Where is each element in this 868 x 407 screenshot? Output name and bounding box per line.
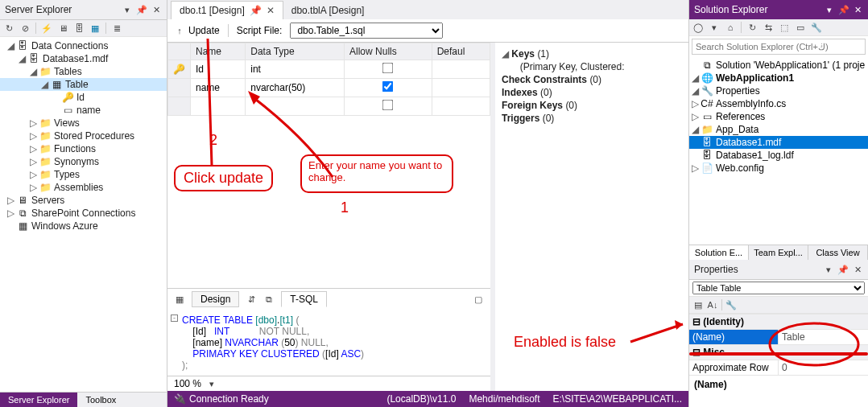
allow-nulls-checkbox[interactable] [382, 63, 394, 74]
dropdown-icon[interactable]: ▾ [122, 4, 133, 15]
properties-object-combo[interactable]: Table Table [689, 280, 868, 297]
table-designer-toolbar: ↑ Update Script File: dbo.Table_1.sql [167, 19, 688, 43]
solution-tree-node[interactable]: ▷C#AssemblyInfo.cs [689, 97, 868, 110]
tab-team-explorer[interactable]: Team Expl... [749, 245, 808, 260]
tree-node[interactable]: 🔑Id [0, 91, 167, 104]
connect-icon[interactable]: ⚡ [41, 23, 52, 34]
solution-tree-node[interactable]: 🗄Database1.mdf [689, 136, 868, 149]
expand-icon[interactable]: ▢ [473, 294, 484, 305]
property-row[interactable]: (Name)Table [689, 330, 868, 344]
allow-nulls-checkbox[interactable] [382, 100, 394, 111]
tree-node[interactable]: ▭name [0, 104, 167, 117]
stop-icon[interactable]: ⊘ [19, 23, 31, 34]
solution-tree-node[interactable]: ▷📄Web.config [689, 162, 868, 175]
tab-design[interactable]: Design [192, 291, 239, 307]
pin-icon[interactable]: 📌 [250, 5, 262, 16]
showall-icon[interactable]: ⬚ [779, 22, 790, 33]
pin-icon[interactable]: 📌 [838, 4, 849, 15]
forward-icon[interactable]: ▾ [709, 22, 720, 33]
tree-node[interactable]: ▷📁Synonyms [0, 155, 167, 168]
sync-icon[interactable]: ⇆ [763, 22, 774, 33]
solution-tree-node[interactable]: ▷▭References [689, 110, 868, 123]
keys-section-header[interactable]: ◢ Keys (1) [502, 47, 682, 60]
categorized-icon[interactable]: ▤ [692, 299, 704, 310]
tree-node[interactable]: ▷🖥Servers [0, 194, 167, 207]
close-icon[interactable]: ✕ [852, 264, 863, 275]
outline-toggle[interactable]: - [171, 314, 178, 322]
keys-section-header[interactable]: Triggers (0) [502, 112, 682, 125]
keys-section-header[interactable]: Check Constraints (0) [502, 73, 682, 86]
add-db-icon[interactable]: 🗄 [73, 23, 85, 34]
solution-tree[interactable]: ⧉Solution 'WebApplication1' (1 proje◢🌐We… [689, 57, 868, 245]
solution-tree-node[interactable]: ◢🌐WebApplication1 [689, 72, 868, 84]
tree-node[interactable]: ▷📁Types [0, 168, 167, 181]
tree-node[interactable]: ▦Windows Azure [0, 220, 167, 232]
tree-node[interactable]: ▷📁Views [0, 117, 167, 130]
properties-title: Properties [694, 264, 738, 275]
tree-node[interactable]: ▷⧉SharePoint Connections [0, 207, 167, 220]
solution-tree-node[interactable]: ◢🔧Properties [689, 84, 868, 97]
close-icon[interactable]: ✕ [852, 4, 863, 15]
property-category[interactable]: ⊟ (Identity) [689, 314, 868, 330]
tab-solution-explorer[interactable]: Solution E... [689, 245, 749, 260]
col-allownulls-header[interactable]: Allow Nulls [345, 43, 432, 60]
tree-node[interactable]: ▷📁Functions [0, 142, 167, 155]
property-pages-icon[interactable]: 🔧 [725, 299, 737, 310]
solution-tree-node[interactable]: ⧉Solution 'WebApplication1' (1 proje [689, 59, 868, 72]
collapse-icon[interactable]: ▭ [795, 22, 806, 33]
pin-icon[interactable]: 📌 [837, 264, 849, 275]
tab-dbo-tbla-design[interactable]: dbo.tblA [Design] [283, 2, 373, 19]
add-server-icon[interactable]: 🖥 [57, 23, 68, 34]
keys-item[interactable]: (Primary Key, Clustered: [502, 60, 682, 73]
pin-icon[interactable]: 📌 [136, 4, 147, 15]
properties-grid[interactable]: ⊟ (Identity)(Name)Table⊟ MiscApproximate… [689, 314, 868, 375]
dropdown-icon[interactable]: ▾ [823, 264, 834, 275]
alphabetical-icon[interactable]: A↓ [707, 299, 718, 310]
home-icon[interactable]: ⌂ [725, 22, 736, 33]
tab-server-explorer[interactable]: Server Explorer [0, 393, 77, 407]
zoom-dropdown-icon[interactable]: ▾ [206, 378, 217, 389]
server-explorer-tree[interactable]: ◢🗄Data Connections◢🗄Database1.mdf◢📁Table… [0, 37, 167, 392]
tree-node[interactable]: ◢🗄Database1.mdf [0, 52, 167, 65]
swap-icon[interactable]: ⇵ [246, 294, 257, 305]
azure-icon[interactable]: ▦ [89, 23, 101, 34]
solution-tree-node[interactable]: 🗄Database1_log.ldf [689, 149, 868, 162]
back-icon[interactable]: ◯ [692, 22, 704, 33]
tree-node[interactable]: ▷📁Stored Procedures [0, 130, 167, 142]
col-default-header[interactable]: Defaul [432, 43, 490, 60]
sql-editor[interactable]: -CREATE TABLE [dbo].[t1] ( [Id] INT NOT … [167, 310, 490, 376]
update-button[interactable]: ↑ Update [174, 25, 220, 36]
table-row[interactable]: namenvarchar(50) [168, 79, 490, 97]
close-icon[interactable]: ✕ [267, 5, 275, 16]
update-label: Update [188, 25, 220, 36]
table-row[interactable] [168, 97, 490, 116]
properties-icon[interactable]: 🔧 [811, 22, 822, 33]
property-row[interactable]: Approximate Row0 [689, 360, 868, 375]
keys-section-header[interactable]: Foreign Keys (0) [502, 99, 682, 112]
refresh-icon[interactable]: ↻ [746, 22, 758, 33]
solution-tree-node[interactable]: ◢📁App_Data [689, 123, 868, 136]
tab-dbo-t1-design[interactable]: dbo.t1 [Design] 📌 ✕ [171, 1, 283, 19]
table-row[interactable]: 🔑Idint [168, 60, 490, 79]
tree-node[interactable]: ▷📁Assemblies [0, 181, 167, 194]
tab-toolbox[interactable]: Toolbox [77, 393, 124, 407]
col-name-header[interactable]: Name [191, 43, 246, 60]
tree-node[interactable]: ◢▦Table [0, 78, 167, 91]
close-icon[interactable]: ✕ [151, 4, 162, 15]
keys-section-header[interactable]: Indexes (0) [502, 86, 682, 99]
columns-grid[interactable]: Name Data Type Allow Nulls Defaul 🔑Idint… [167, 43, 490, 116]
properties-title-bar: Properties ▾ 📌 ✕ [689, 260, 868, 280]
property-category[interactable]: ⊟ Misc [689, 344, 868, 360]
allow-nulls-checkbox[interactable] [382, 81, 394, 92]
dropdown-icon[interactable]: ▾ [824, 4, 835, 15]
tab-tsql[interactable]: T-SQL [281, 291, 327, 307]
list-icon[interactable]: ≣ [111, 23, 122, 34]
refresh-icon[interactable]: ↻ [3, 23, 14, 34]
col-datatype-header[interactable]: Data Type [246, 43, 345, 60]
tree-node[interactable]: ◢🗄Data Connections [0, 39, 167, 52]
solution-search-input[interactable] [692, 39, 866, 55]
tree-node[interactable]: ◢📁Tables [0, 65, 167, 78]
tab-class-view[interactable]: Class View [808, 245, 868, 260]
script-file-select[interactable]: dbo.Table_1.sql [290, 23, 443, 39]
zoom-value[interactable]: 100 % [174, 378, 201, 389]
